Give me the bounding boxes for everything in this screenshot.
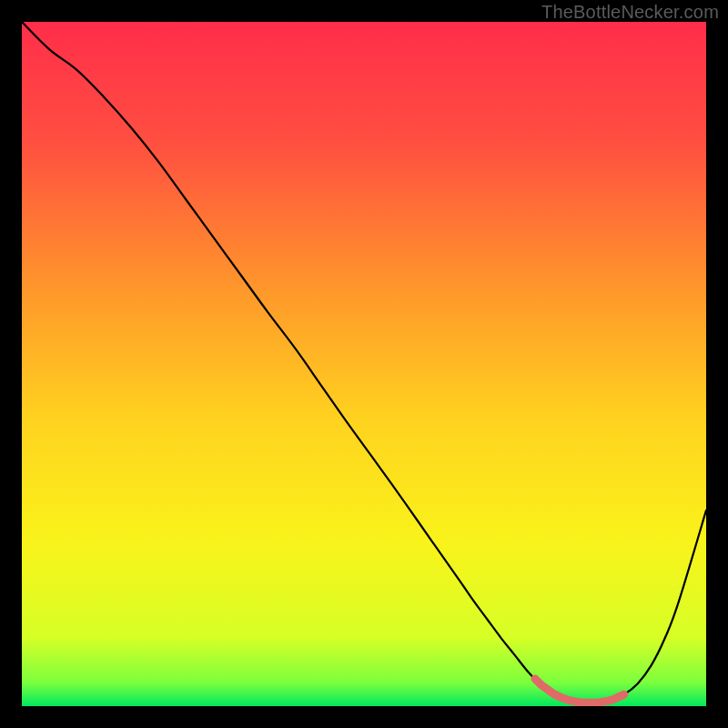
attribution-label: TheBottleNecker.com <box>541 2 719 23</box>
recommended-range-highlight <box>535 679 624 703</box>
bottleneck-curve <box>22 22 706 703</box>
plot-area <box>22 22 706 706</box>
chart-svg <box>22 22 706 706</box>
chart-frame: TheBottleNecker.com <box>0 0 728 728</box>
